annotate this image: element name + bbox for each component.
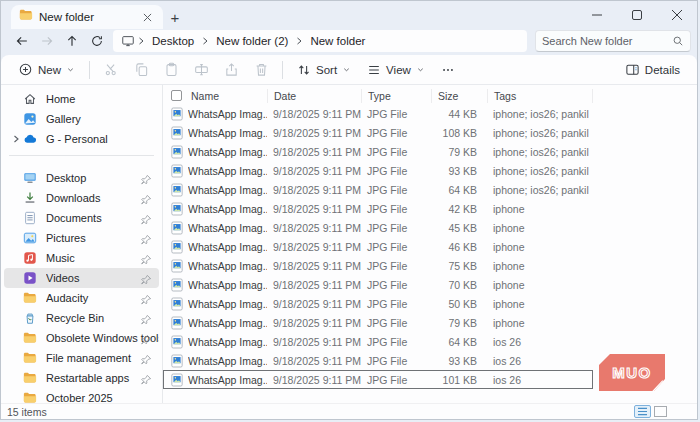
column-header-name[interactable]: Name (163, 89, 267, 103)
file-size: 108 KB (431, 127, 487, 139)
details-button[interactable]: Details (618, 58, 687, 82)
chevron-down-icon (66, 65, 75, 74)
sidebar-item-pictures[interactable]: Pictures (4, 228, 159, 248)
navigation-pane: Home Gallery G - Personal Desktop Downlo… (1, 85, 163, 419)
sidebar-item-audacity[interactable]: Audacity (4, 288, 159, 308)
sidebar-item-file-management[interactable]: File management (4, 348, 159, 368)
more-options-icon[interactable] (434, 58, 462, 82)
file-row[interactable]: WhatsApp Imag... 9/18/2025 9:11 PM JPG F… (163, 332, 593, 351)
sidebar-item-obsolete-windows-tools[interactable]: Obsolete Windows tools (4, 328, 159, 348)
search-input[interactable] (542, 35, 672, 47)
expand-chevron-icon[interactable] (9, 135, 23, 143)
file-row[interactable]: WhatsApp Imag... 9/18/2025 9:11 PM JPG F… (163, 123, 593, 142)
file-row[interactable]: WhatsApp Imag... 9/18/2025 9:11 PM JPG F… (163, 161, 593, 180)
file-date: 9/18/2025 9:11 PM (267, 279, 361, 291)
sidebar-item-g-personal[interactable]: G - Personal (4, 129, 159, 149)
folder-icon (23, 370, 39, 386)
explorer-tab[interactable]: New folder (11, 5, 163, 29)
file-row[interactable]: WhatsApp Imag... 9/18/2025 9:11 PM JPG F… (163, 180, 593, 199)
videos-icon (23, 270, 39, 286)
back-button[interactable] (9, 30, 34, 52)
thumbnail-view-toggle[interactable] (654, 406, 667, 417)
file-type: JPG File (361, 279, 431, 291)
file-tags: iphone; ios26; pankil (487, 165, 593, 177)
forward-button[interactable] (34, 30, 59, 52)
new-tab-button[interactable]: + (163, 5, 187, 29)
breadcrumb-desktop[interactable]: Desktop (147, 35, 199, 47)
file-date: 9/18/2025 9:11 PM (267, 146, 361, 158)
file-type: JPG File (361, 260, 431, 272)
toolbar-divider (282, 61, 283, 79)
file-row[interactable]: WhatsApp Imag... 9/18/2025 9:11 PM JPG F… (163, 199, 593, 218)
file-tags: iphone; ios26; pankil (487, 146, 593, 158)
image-file-icon (171, 297, 183, 311)
maximize-button[interactable] (617, 1, 657, 29)
file-row[interactable]: WhatsApp Imag... 9/18/2025 9:11 PM JPG F… (163, 294, 593, 313)
sidebar-item-home[interactable]: Home (4, 89, 159, 109)
sidebar-item-recycle-bin[interactable]: Recycle Bin (4, 308, 159, 328)
column-headers: Name Date Type Size Tags (163, 87, 593, 104)
this-pc-icon[interactable] (121, 34, 135, 48)
sort-button[interactable]: Sort (290, 58, 358, 82)
file-row[interactable]: WhatsApp Imag... 9/18/2025 9:11 PM JPG F… (163, 218, 593, 237)
recycle-icon (23, 310, 39, 326)
search-box[interactable] (535, 30, 691, 52)
file-row[interactable]: WhatsApp Imag... 9/18/2025 9:11 PM JPG F… (163, 237, 593, 256)
sidebar-item-documents[interactable]: Documents (4, 208, 159, 228)
column-header-date[interactable]: Date (267, 89, 361, 103)
close-button[interactable] (657, 1, 697, 29)
column-header-tags[interactable]: Tags (487, 89, 593, 103)
file-row[interactable]: WhatsApp Imag... 9/18/2025 9:11 PM JPG F… (163, 142, 593, 161)
file-name: WhatsApp Imag... (188, 146, 267, 158)
file-type: JPG File (361, 317, 431, 329)
file-size: 101 KB (431, 374, 487, 386)
file-date: 9/18/2025 9:11 PM (267, 165, 361, 177)
refresh-button[interactable] (84, 30, 109, 52)
view-button[interactable]: View (360, 58, 432, 82)
file-tags: ios 26 (487, 336, 593, 348)
file-size: 46 KB (431, 241, 487, 253)
breadcrumb-new-folder-2[interactable]: New folder (2) (211, 35, 293, 47)
sidebar-item-desktop[interactable]: Desktop (4, 168, 159, 188)
file-row[interactable]: WhatsApp Imag... 9/18/2025 9:11 PM JPG F… (163, 351, 593, 370)
file-tags: iphone (487, 317, 593, 329)
minimize-button[interactable] (577, 1, 617, 29)
new-button[interactable]: New (11, 58, 82, 82)
tab-close-icon[interactable] (139, 9, 155, 25)
pin-icon (140, 352, 152, 364)
file-date: 9/18/2025 9:11 PM (267, 127, 361, 139)
command-toolbar: New Sort (1, 55, 697, 85)
rename-icon[interactable] (187, 58, 215, 82)
file-row[interactable]: WhatsApp Imag... 9/18/2025 9:11 PM JPG F… (163, 256, 593, 275)
delete-icon[interactable] (247, 58, 275, 82)
select-all-checkbox[interactable] (171, 90, 182, 101)
copy-icon[interactable] (127, 58, 155, 82)
file-date: 9/18/2025 9:11 PM (267, 336, 361, 348)
address-bar: Desktop New folder (2) New folder (1, 29, 697, 55)
breadcrumb-new-folder[interactable]: New folder (305, 35, 370, 47)
file-row[interactable]: WhatsApp Imag... 9/18/2025 9:11 PM JPG F… (163, 104, 593, 123)
sidebar-item-downloads[interactable]: Downloads (4, 188, 159, 208)
file-tags: iphone (487, 203, 593, 215)
file-row[interactable]: WhatsApp Imag... 9/18/2025 9:11 PM JPG F… (163, 275, 593, 294)
file-date: 9/18/2025 9:11 PM (267, 184, 361, 196)
file-size: 50 KB (431, 298, 487, 310)
sidebar-item-restartable-apps[interactable]: Restartable apps (4, 368, 159, 388)
file-row[interactable]: WhatsApp Imag... 9/18/2025 9:11 PM JPG F… (163, 313, 593, 332)
share-icon[interactable] (217, 58, 245, 82)
cut-icon[interactable] (97, 58, 125, 82)
file-row[interactable]: WhatsApp Imag... 9/18/2025 9:11 PM JPG F… (163, 370, 593, 389)
file-name: WhatsApp Imag... (188, 355, 267, 367)
file-type: JPG File (361, 336, 431, 348)
paste-icon[interactable] (157, 58, 185, 82)
sidebar-item-gallery[interactable]: Gallery (4, 109, 159, 129)
folder-icon (19, 8, 33, 26)
column-header-type[interactable]: Type (361, 89, 431, 103)
up-button[interactable] (59, 30, 84, 52)
column-header-size[interactable]: Size (431, 89, 487, 103)
sidebar-item-videos[interactable]: Videos (4, 268, 159, 288)
image-file-icon (171, 373, 183, 387)
details-view-toggle[interactable] (634, 405, 651, 418)
sidebar-item-music[interactable]: Music (4, 248, 159, 268)
file-size: 75 KB (431, 260, 487, 272)
